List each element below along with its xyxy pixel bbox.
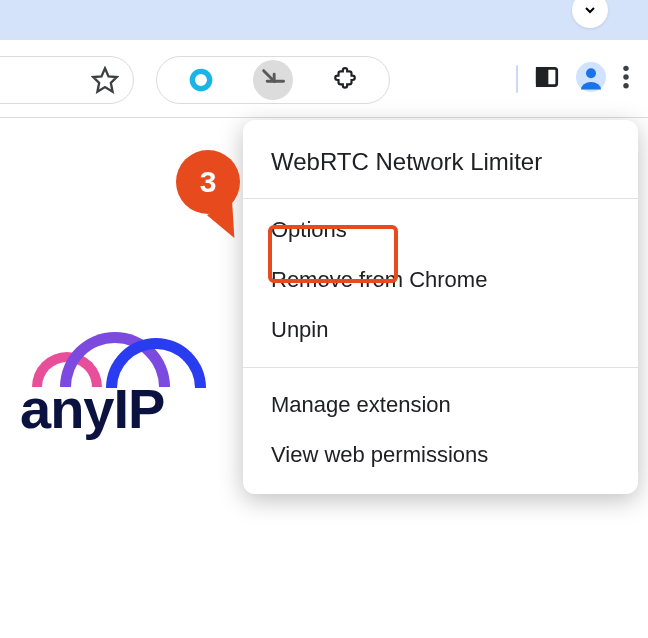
side-panel-icon (534, 64, 560, 90)
star-icon[interactable] (91, 66, 119, 94)
svg-point-10 (623, 82, 628, 87)
svg-marker-0 (93, 68, 116, 91)
svg-point-1 (192, 71, 209, 88)
extension-arrow-button[interactable] (253, 60, 293, 100)
svg-point-8 (623, 65, 628, 70)
toolbar-separator (516, 65, 518, 93)
overflow-menu-button[interactable] (622, 64, 630, 94)
svg-point-7 (586, 68, 596, 78)
browser-toolbar (0, 40, 648, 118)
svg-point-9 (623, 74, 628, 79)
extension-circle-button[interactable] (181, 60, 221, 100)
menu-title: WebRTC Network Limiter (243, 128, 638, 199)
toolbar-right-group (516, 62, 630, 96)
arrow-extension-icon (259, 66, 287, 94)
side-panel-button[interactable] (534, 64, 560, 94)
menu-separator (243, 367, 638, 368)
overflow-menu-icon (622, 64, 630, 90)
menu-item-manage[interactable]: Manage extension (243, 380, 638, 430)
extension-context-menu: WebRTC Network Limiter Options Remove fr… (243, 120, 638, 494)
extensions-button[interactable] (325, 60, 365, 100)
extensions-pill (156, 56, 390, 104)
profile-icon (576, 62, 606, 92)
profile-button[interactable] (576, 62, 606, 96)
address-bar-segment[interactable] (0, 56, 134, 104)
menu-item-unpin[interactable]: Unpin (243, 305, 638, 355)
chevron-down-icon (582, 2, 598, 18)
extensions-icon (332, 67, 358, 93)
logo-arcs (20, 334, 235, 384)
menu-item-remove[interactable]: Remove from Chrome (243, 255, 638, 305)
menu-item-permissions[interactable]: View web permissions (243, 430, 638, 480)
circle-extension-icon (188, 67, 214, 93)
svg-rect-5 (537, 68, 547, 85)
step-badge: 3 (176, 150, 240, 214)
anyip-logo: anyIP (20, 334, 235, 441)
browser-top-band (0, 0, 648, 40)
tab-overflow-button[interactable] (572, 0, 608, 28)
svg-line-2 (264, 71, 275, 82)
menu-group-1: Options Remove from Chrome Unpin (243, 199, 638, 361)
menu-group-2: Manage extension View web permissions (243, 374, 638, 486)
menu-item-options[interactable]: Options (243, 205, 638, 255)
